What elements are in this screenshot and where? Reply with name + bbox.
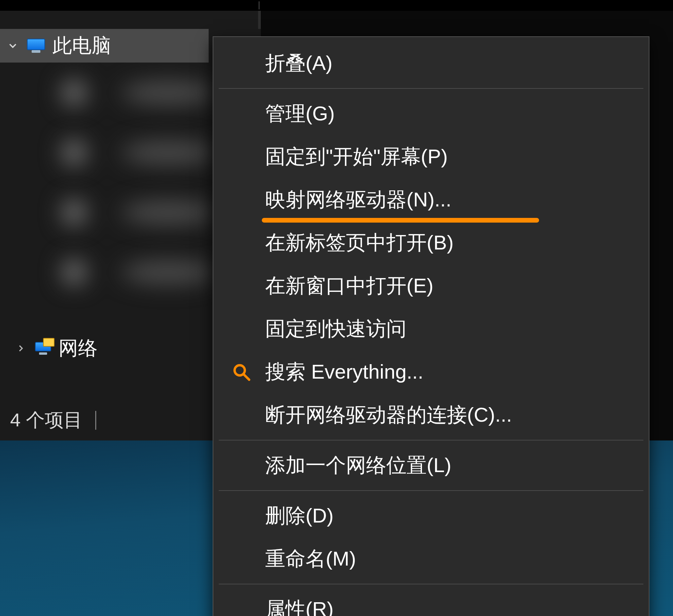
window-title-strip: [0, 0, 673, 11]
menu-disconnect-network-drive[interactable]: 断开网络驱动器的连接(C)...: [215, 393, 647, 436]
menu-label: 断开网络驱动器的连接(C)...: [265, 401, 512, 429]
blank-icon: [229, 274, 253, 298]
blank-icon: [229, 547, 253, 571]
menu-separator: [219, 490, 643, 491]
menu-label: 折叠(A): [265, 50, 332, 77]
menu-map-network-drive[interactable]: 映射网络驱动器(N)...: [215, 178, 647, 221]
menu-label: 属性(R): [265, 596, 333, 616]
menu-separator: [219, 88, 643, 89]
search-icon: [229, 360, 253, 384]
menu-rename[interactable]: 重命名(M): [215, 537, 647, 580]
menu-collapse[interactable]: 折叠(A): [215, 42, 647, 85]
chevron-down-icon[interactable]: [6, 39, 20, 52]
menu-label: 重命名(M): [265, 545, 356, 573]
menu-label: 搜索 Everything...: [265, 358, 423, 386]
menu-label: 固定到"开始"屏幕(P): [265, 143, 448, 170]
blank-icon: [229, 188, 253, 211]
menu-search-everything[interactable]: 搜索 Everything...: [215, 350, 647, 393]
svg-line-1: [244, 375, 249, 380]
menu-label: 删除(D): [265, 502, 333, 530]
menu-separator: [219, 440, 643, 440]
menu-delete[interactable]: 删除(D): [215, 494, 647, 537]
blank-icon: [229, 454, 253, 477]
this-pc-icon: [27, 39, 45, 53]
blank-icon: [229, 317, 253, 341]
status-divider: [95, 411, 96, 430]
menu-label: 固定到快速访问: [265, 315, 406, 343]
menu-pin-to-start[interactable]: 固定到"开始"屏幕(P): [215, 135, 647, 178]
blank-icon: [229, 504, 253, 528]
tree-item-label: 此电脑: [52, 33, 111, 59]
context-menu: 折叠(A) 管理(G) 固定到"开始"屏幕(P) 映射网络驱动器(N)... 在…: [213, 36, 649, 616]
menu-open-new-tab[interactable]: 在新标签页中打开(B): [215, 221, 647, 264]
menu-label: 在新标签页中打开(B): [265, 229, 454, 257]
tree-item-label: 网络: [59, 335, 98, 361]
menu-properties[interactable]: 属性(R): [215, 588, 647, 616]
menu-label: 管理(G): [265, 100, 335, 127]
blank-icon: [229, 403, 253, 427]
blank-icon: [229, 102, 253, 125]
chevron-right-icon[interactable]: [14, 342, 28, 355]
status-items-count: 4 个项目: [10, 408, 82, 433]
menu-separator: [219, 584, 643, 584]
blank-icon: [229, 598, 253, 616]
menu-manage[interactable]: 管理(G): [215, 92, 647, 135]
network-icon: [35, 342, 51, 355]
blank-icon: [229, 231, 253, 255]
menu-pin-to-quick-access[interactable]: 固定到快速访问: [215, 307, 647, 350]
blank-icon: [229, 145, 253, 168]
menu-label: 在新窗口中打开(E): [265, 272, 433, 300]
tree-item-this-pc[interactable]: 此电脑: [0, 29, 209, 63]
blank-icon: [229, 51, 253, 75]
menu-label: 映射网络驱动器(N)...: [265, 186, 451, 214]
menu-label: 添加一个网络位置(L): [265, 452, 451, 479]
menu-open-new-window[interactable]: 在新窗口中打开(E): [215, 264, 647, 307]
menu-add-network-location[interactable]: 添加一个网络位置(L): [215, 444, 647, 487]
